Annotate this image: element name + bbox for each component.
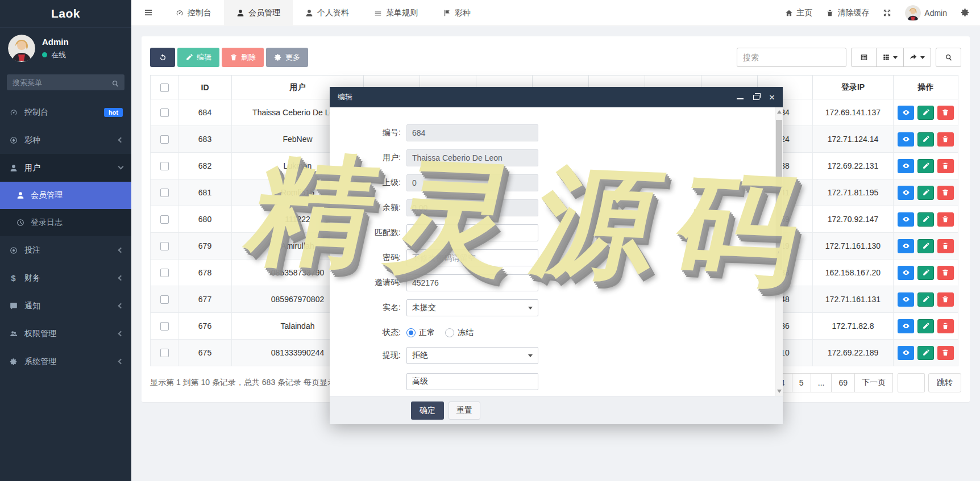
view-row-button[interactable] bbox=[898, 106, 914, 120]
table-search-input[interactable] bbox=[737, 48, 846, 67]
delete-row-button[interactable] bbox=[937, 159, 954, 173]
edit-row-button[interactable] bbox=[917, 106, 934, 120]
refresh-button[interactable] bbox=[150, 48, 175, 67]
invite-code-input[interactable] bbox=[406, 274, 538, 291]
minimize-icon[interactable] bbox=[737, 95, 744, 99]
page-jump-input[interactable] bbox=[898, 373, 925, 392]
modal-header[interactable]: 编辑 × bbox=[330, 87, 783, 107]
close-icon[interactable]: × bbox=[769, 93, 775, 102]
page-jump-button[interactable]: 跳转 bbox=[928, 373, 961, 392]
sidebar-item-member-management[interactable]: 会员管理 bbox=[0, 182, 131, 209]
sidebar-item-users[interactable]: 用户 bbox=[0, 154, 131, 182]
row-checkbox[interactable] bbox=[160, 189, 169, 197]
view-row-button[interactable] bbox=[898, 212, 914, 227]
sidebar-item-dashboard[interactable]: 控制台 hot bbox=[0, 98, 131, 126]
row-checkbox[interactable] bbox=[160, 215, 169, 224]
row-checkbox[interactable] bbox=[160, 135, 169, 144]
delete-row-button[interactable] bbox=[937, 239, 954, 253]
delete-row-button[interactable] bbox=[937, 186, 954, 200]
menu-toggle-icon[interactable] bbox=[131, 8, 163, 18]
delete-row-button[interactable] bbox=[937, 346, 954, 360]
row-checkbox[interactable] bbox=[160, 322, 169, 331]
tab-menu-rules[interactable]: 菜单规则 bbox=[362, 0, 430, 26]
tab-dashboard[interactable]: 控制台 bbox=[163, 0, 224, 26]
row-checkbox[interactable] bbox=[160, 269, 169, 277]
page-ellipsis[interactable]: ... bbox=[811, 373, 832, 392]
edit-button[interactable]: 编辑 bbox=[177, 48, 219, 67]
view-row-button[interactable] bbox=[898, 292, 914, 307]
status-frozen-radio[interactable]: 冻结 bbox=[445, 328, 474, 338]
edit-row-button[interactable] bbox=[917, 319, 934, 333]
sidebar-item-login-log[interactable]: 登录日志 bbox=[0, 209, 131, 236]
column-header-id[interactable]: ID bbox=[178, 76, 232, 99]
column-header-login-ip[interactable]: 登录IP bbox=[813, 76, 894, 99]
edit-row-button[interactable] bbox=[917, 186, 934, 200]
row-checkbox[interactable] bbox=[160, 349, 169, 357]
search-button[interactable] bbox=[936, 48, 961, 67]
column-header-actions: 操作 bbox=[894, 76, 958, 99]
edit-row-button[interactable] bbox=[917, 159, 934, 173]
home-link[interactable]: 主页 bbox=[785, 8, 812, 18]
row-checkbox[interactable] bbox=[160, 162, 169, 170]
sidebar-item-permissions[interactable]: 权限管理 bbox=[0, 320, 131, 348]
view-row-button[interactable] bbox=[898, 239, 914, 253]
maximize-icon[interactable] bbox=[753, 95, 759, 100]
reset-button[interactable]: 重置 bbox=[449, 401, 480, 420]
password-input[interactable] bbox=[406, 249, 538, 266]
delete-row-button[interactable] bbox=[937, 106, 954, 120]
row-checkbox[interactable] bbox=[160, 242, 169, 250]
scroll-up-icon[interactable] bbox=[777, 110, 782, 114]
row-checkbox[interactable] bbox=[160, 108, 169, 117]
user-menu[interactable]: Admin bbox=[905, 5, 947, 21]
delete-row-button[interactable] bbox=[937, 319, 954, 333]
sidebar-item-lottery[interactable]: 彩种 bbox=[0, 126, 131, 154]
delete-button[interactable]: 删除 bbox=[222, 48, 264, 67]
view-row-button[interactable] bbox=[898, 266, 914, 280]
edit-row-button[interactable] bbox=[917, 346, 934, 360]
sidebar-item-notification[interactable]: 通知 bbox=[0, 292, 131, 320]
edit-row-button[interactable] bbox=[917, 266, 934, 280]
next-page-button[interactable]: 下一页 bbox=[854, 373, 893, 392]
edit-row-button[interactable] bbox=[917, 132, 934, 147]
view-row-button[interactable] bbox=[898, 159, 914, 173]
fullscreen-icon[interactable] bbox=[883, 9, 891, 18]
delete-row-button[interactable] bbox=[937, 212, 954, 227]
delete-row-button[interactable] bbox=[937, 292, 954, 307]
view-row-button[interactable] bbox=[898, 132, 914, 147]
page-5[interactable]: 5 bbox=[792, 373, 811, 392]
tab-lottery[interactable]: 彩种 bbox=[430, 0, 483, 26]
withdraw-select[interactable]: 拒绝 bbox=[406, 347, 538, 364]
page-69[interactable]: 69 bbox=[831, 373, 855, 392]
export-button[interactable] bbox=[903, 48, 931, 67]
menu-search-input[interactable] bbox=[7, 74, 124, 90]
scrollbar-thumb[interactable] bbox=[776, 120, 782, 270]
row-checkbox[interactable] bbox=[160, 295, 169, 304]
more-button[interactable]: 更多 bbox=[266, 48, 308, 67]
match-count-input[interactable] bbox=[406, 224, 538, 241]
chevron-down-icon bbox=[118, 164, 124, 170]
delete-row-button[interactable] bbox=[937, 132, 954, 147]
status-normal-radio[interactable]: 正常 bbox=[406, 328, 435, 338]
view-row-button[interactable] bbox=[898, 319, 914, 333]
tab-profile[interactable]: 个人资料 bbox=[293, 0, 362, 26]
edit-row-button[interactable] bbox=[917, 239, 934, 253]
sidebar-item-system[interactable]: 系统管理 bbox=[0, 348, 131, 375]
view-row-button[interactable] bbox=[898, 346, 914, 360]
clear-cache-link[interactable]: 清除缓存 bbox=[826, 8, 869, 18]
scroll-down-icon[interactable] bbox=[777, 390, 782, 393]
clipped-select[interactable]: 高级 bbox=[406, 373, 538, 390]
tab-member-management[interactable]: 会员管理 bbox=[224, 0, 293, 26]
select-all-checkbox[interactable] bbox=[160, 83, 169, 92]
modal-scrollbar[interactable] bbox=[775, 107, 783, 396]
realname-select[interactable]: 未提交 bbox=[406, 299, 538, 316]
view-row-button[interactable] bbox=[898, 186, 914, 200]
sidebar-item-betting[interactable]: 投注 bbox=[0, 236, 131, 264]
columns-button[interactable] bbox=[876, 48, 904, 67]
settings-cogs-icon[interactable] bbox=[961, 8, 970, 18]
delete-row-button[interactable] bbox=[937, 266, 954, 280]
detail-view-button[interactable] bbox=[851, 48, 877, 67]
edit-row-button[interactable] bbox=[917, 212, 934, 227]
edit-row-button[interactable] bbox=[917, 292, 934, 307]
confirm-button[interactable]: 确定 bbox=[411, 401, 444, 420]
sidebar-item-finance[interactable]: $ 财务 bbox=[0, 264, 131, 292]
